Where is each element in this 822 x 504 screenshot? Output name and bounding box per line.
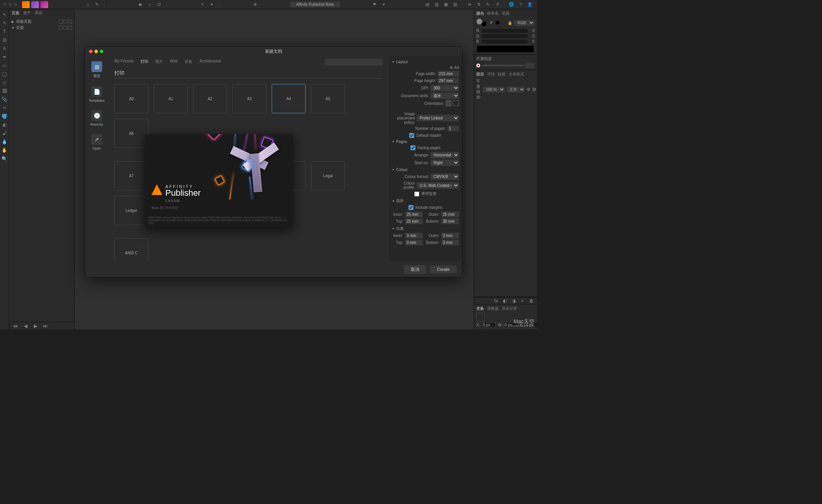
fill-tool-icon[interactable]: 🪣 bbox=[1, 113, 8, 120]
row-icon[interactable] bbox=[64, 26, 67, 30]
section-layout[interactable]: Layout bbox=[392, 60, 459, 64]
row-icon[interactable] bbox=[68, 26, 72, 30]
colour-profile-select[interactable]: U.S. Web Coated (SWOP) v2 bbox=[417, 182, 459, 189]
tab-pages[interactable]: 页面 bbox=[12, 10, 19, 16]
bleed-outer-input[interactable] bbox=[441, 233, 459, 239]
user-icon[interactable]: 👤 bbox=[526, 1, 534, 8]
opacity-slider[interactable] bbox=[482, 65, 524, 66]
sidebar-item-templates[interactable]: 📄 Templates bbox=[87, 85, 106, 104]
text-frame-tool-icon[interactable]: T bbox=[1, 28, 8, 35]
table-tool-icon[interactable]: ⊞ bbox=[1, 36, 8, 44]
home-icon[interactable]: ⌂ bbox=[84, 1, 92, 8]
preset-a6[interactable]: A6 bbox=[114, 119, 148, 148]
margin-bottom-input[interactable] bbox=[441, 218, 459, 224]
tab-character[interactable]: 字符 bbox=[487, 72, 495, 77]
tab-assets[interactable]: 资产 bbox=[23, 10, 31, 16]
colour-format-select[interactable]: CMYK/8 bbox=[430, 173, 459, 180]
distribute-icon[interactable]: ▧ bbox=[451, 1, 459, 8]
lock-icon[interactable]: 🔒 bbox=[508, 21, 512, 25]
grid-icon[interactable]: ⊞ bbox=[532, 86, 536, 93]
designer-persona-button[interactable] bbox=[22, 1, 30, 8]
color-mode-select[interactable]: RGB bbox=[514, 20, 535, 26]
fill-stroke-swatch[interactable] bbox=[476, 18, 487, 27]
flip-v-icon[interactable]: ⇅ bbox=[475, 1, 482, 8]
rotate-icon[interactable]: ↻ bbox=[484, 1, 492, 8]
bleed-bottom-input[interactable] bbox=[441, 240, 459, 245]
move-tool-icon[interactable]: ↖ bbox=[1, 11, 8, 18]
tab-transform[interactable]: 变换 bbox=[476, 306, 484, 311]
facing-pages-checkbox[interactable] bbox=[410, 145, 415, 150]
doc-tab-architectural[interactable]: Architectural bbox=[199, 59, 221, 66]
flag-icon[interactable]: ⚑ bbox=[371, 1, 378, 8]
tab-text-styles[interactable]: 文本样式 bbox=[509, 72, 524, 77]
tree-row-master[interactable]: ▶ 母版页面 bbox=[12, 18, 72, 25]
dialog-close-icon[interactable] bbox=[89, 50, 92, 53]
dialog-zoom-icon[interactable] bbox=[100, 50, 103, 53]
transparency-tool-icon[interactable]: ◐ bbox=[1, 121, 8, 129]
eye-icon[interactable]: 👁 bbox=[252, 1, 259, 8]
align-right-icon[interactable]: ▦ bbox=[442, 1, 450, 8]
first-page-icon[interactable]: ⏮ bbox=[12, 322, 19, 330]
preset-a1[interactable]: A1 bbox=[154, 84, 188, 113]
cancel-button[interactable]: 取消 bbox=[404, 265, 426, 274]
ellipse-tool-icon[interactable]: ◯ bbox=[1, 70, 8, 78]
preset-legal[interactable]: Legal bbox=[311, 161, 345, 190]
anchor-point-icon[interactable] bbox=[476, 313, 485, 321]
view-tool-icon[interactable]: ✋ bbox=[1, 146, 8, 154]
camera-icon[interactable]: ⊡ bbox=[155, 1, 163, 8]
section-pages[interactable]: Pages bbox=[392, 139, 459, 144]
bleed-top-input[interactable] bbox=[405, 240, 423, 245]
color-preview-box[interactable] bbox=[476, 45, 535, 53]
preset-ansi-c[interactable]: ANSI C bbox=[114, 238, 148, 262]
tab-layers[interactable]: 图层 bbox=[476, 72, 484, 77]
doc-tab-devices[interactable]: 设备 bbox=[185, 59, 192, 66]
g-slider[interactable] bbox=[482, 34, 528, 38]
publisher-persona-button[interactable] bbox=[40, 1, 48, 8]
orientation-landscape-icon[interactable] bbox=[453, 101, 459, 106]
num-pages-input[interactable] bbox=[447, 126, 459, 131]
doc-tab-web[interactable]: Web bbox=[170, 59, 178, 66]
row-icon[interactable] bbox=[59, 26, 63, 30]
blend-mode-select[interactable]: 正常 bbox=[506, 87, 525, 92]
tab-paragraph[interactable]: 段落 bbox=[498, 72, 506, 77]
tab-stock[interactable]: 库存 bbox=[35, 10, 42, 16]
chevron-down-icon[interactable]: ▾ bbox=[208, 1, 216, 8]
add-page-icon[interactable]: ⊕ bbox=[450, 66, 453, 70]
margin-top-input[interactable] bbox=[405, 218, 423, 224]
artistic-text-tool-icon[interactable]: A bbox=[1, 45, 8, 52]
row-icon[interactable] bbox=[59, 20, 63, 24]
start-on-select[interactable]: Right bbox=[430, 160, 459, 166]
sidebar-item-presets[interactable]: ▦ 预设 bbox=[90, 60, 104, 80]
delete-layer-icon[interactable]: 🗑 bbox=[528, 297, 535, 305]
ipp-select[interactable]: Prefer Linked bbox=[417, 115, 459, 121]
margin-inner-input[interactable] bbox=[405, 212, 423, 217]
section-colour[interactable]: Colour bbox=[392, 168, 459, 172]
close-window-icon[interactable] bbox=[3, 3, 7, 6]
preset-a0[interactable]: A0 bbox=[114, 84, 148, 113]
b-slider[interactable] bbox=[482, 40, 528, 44]
pointer-small-icon[interactable]: ↖ bbox=[199, 1, 207, 8]
sidebar-item-open[interactable]: ↗ Open bbox=[90, 133, 104, 152]
preset-a7[interactable]: A7 bbox=[114, 161, 148, 190]
last-page-icon[interactable]: ⏭ bbox=[42, 322, 49, 330]
sample-color-icon[interactable] bbox=[496, 21, 499, 25]
margin-outer-input[interactable] bbox=[441, 212, 459, 217]
tab-navigator[interactable]: 导航器 bbox=[487, 306, 499, 311]
tab-stroke[interactable]: 笔画 bbox=[502, 11, 509, 16]
align-center-icon[interactable]: ▥ bbox=[433, 1, 440, 8]
include-margins-checkbox[interactable] bbox=[408, 205, 414, 210]
tree-row-pages[interactable]: ▼ 页面 bbox=[12, 25, 72, 31]
pen-tool-icon[interactable]: ✒ bbox=[1, 53, 8, 61]
globe-icon[interactable]: 🌐 bbox=[508, 1, 515, 8]
orientation-portrait-icon[interactable] bbox=[446, 100, 451, 106]
vector-brush-tool-icon[interactable]: 🖌 bbox=[1, 129, 8, 137]
doc-tab-mypresets[interactable]: My Presets bbox=[114, 59, 134, 66]
flip-h-icon[interactable]: ⇋ bbox=[466, 1, 473, 8]
bleed-inner-input[interactable] bbox=[405, 233, 423, 239]
crop-tool-icon[interactable]: ✂ bbox=[1, 104, 8, 112]
row-icon[interactable] bbox=[64, 20, 67, 24]
gear-icon[interactable]: ⚙ bbox=[526, 86, 531, 93]
record-icon[interactable]: ○ bbox=[146, 1, 154, 8]
mask-icon[interactable]: ◐ bbox=[501, 297, 509, 305]
arrange-select[interactable]: Horizontally bbox=[430, 152, 459, 158]
